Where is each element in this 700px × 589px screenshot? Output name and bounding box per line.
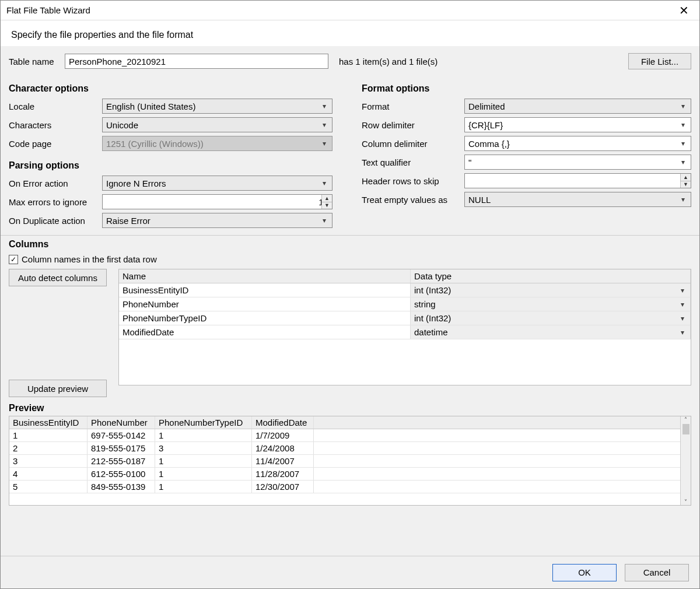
- chevron-down-icon: ▾: [678, 158, 688, 166]
- wizard-window: Flat File Table Wizard ✕ Specify the fil…: [0, 0, 700, 589]
- on-error-label: On Error action: [9, 178, 102, 188]
- preview-heading: Preview: [9, 403, 691, 413]
- chevron-down-icon: ▾: [319, 139, 330, 148]
- first-row-names-label: Column names in the first data row: [22, 254, 157, 264]
- preview-row: 1697-555-014211/7/2009: [9, 429, 680, 442]
- column-type-combo[interactable]: int (Int32)▾: [411, 311, 691, 325]
- preview-header: ModifiedDate: [252, 416, 314, 429]
- on-error-combo[interactable]: Ignore N Errors ▾: [102, 176, 332, 191]
- preview-cell: 1: [155, 429, 252, 441]
- chevron-down-icon: ▾: [678, 195, 688, 204]
- max-errors-stepper[interactable]: [102, 194, 332, 209]
- characters-value: Unicode: [106, 120, 138, 130]
- chevron-down-icon: ▾: [678, 102, 688, 110]
- table-name-label: Table name: [9, 57, 65, 66]
- header-skip-spin[interactable]: ▲▼: [680, 174, 691, 188]
- preview-grid: BusinessEntityIDPhoneNumberPhoneNumberTy…: [9, 416, 680, 505]
- chevron-down-icon: ▾: [678, 139, 688, 148]
- preview-cell: 819-555-0175: [88, 442, 155, 454]
- row-delim-combo[interactable]: {CR}{LF} ▾: [464, 117, 691, 132]
- scroll-up-icon[interactable]: ˄: [684, 416, 687, 423]
- on-error-value: Ignore N Errors: [106, 178, 166, 188]
- characters-combo[interactable]: Unicode ▾: [102, 117, 332, 132]
- column-name: PhoneNumberTypeID: [119, 311, 411, 325]
- close-icon[interactable]: ✕: [674, 2, 694, 19]
- col-header-name: Name: [119, 269, 411, 283]
- empty-as-label: Treat empty values as: [362, 195, 464, 205]
- preview-cell: 3: [155, 442, 252, 454]
- preview-cell: 1/24/2008: [252, 442, 314, 454]
- scroll-down-icon[interactable]: ˅: [684, 499, 687, 505]
- scroll-thumb[interactable]: [682, 424, 690, 434]
- empty-as-value: NULL: [468, 195, 491, 205]
- header-skip-stepper[interactable]: [464, 173, 691, 188]
- columns-row[interactable]: BusinessEntityIDint (Int32)▾: [119, 283, 691, 297]
- column-name: PhoneNumber: [119, 297, 411, 311]
- chevron-down-icon: ▾: [319, 102, 330, 110]
- preview-cell: 4: [9, 468, 88, 480]
- preview-row: 2819-555-017531/24/2008: [9, 442, 680, 455]
- on-duplicate-combo[interactable]: Raise Error ▾: [102, 213, 332, 228]
- preview-cell: 1: [155, 468, 252, 480]
- column-type-combo[interactable]: string▾: [411, 297, 691, 311]
- preview-header: PhoneNumber: [88, 416, 155, 429]
- col-delim-value: Comma {,}: [468, 139, 510, 149]
- column-name: ModifiedDate: [119, 325, 411, 339]
- column-name: BusinessEntityID: [119, 283, 411, 297]
- codepage-value: 1251 (Cyrillic (Windows)): [106, 139, 204, 149]
- row-delim-value: {CR}{LF}: [468, 120, 503, 130]
- preview-row: 3212-555-0187111/4/2007: [9, 455, 680, 468]
- char-options-heading: Character options: [9, 83, 338, 94]
- text-qual-label: Text qualifier: [362, 157, 464, 167]
- preview-row: 4612-555-0100111/28/2007: [9, 468, 680, 481]
- empty-as-combo[interactable]: NULL ▾: [464, 192, 691, 207]
- col-delim-combo[interactable]: Comma {,} ▾: [464, 136, 691, 151]
- preview-scrollbar[interactable]: ˄ ˅: [680, 416, 691, 505]
- update-preview-button[interactable]: Update preview: [9, 380, 107, 397]
- columns-heading: Columns: [9, 239, 691, 250]
- preview-cell: 5: [9, 481, 88, 493]
- chevron-down-icon: ▾: [677, 314, 688, 322]
- preview-header: PhoneNumberTypeID: [155, 416, 252, 429]
- locale-combo[interactable]: English (United States) ▾: [102, 99, 332, 114]
- columns-row[interactable]: PhoneNumberstring▾: [119, 297, 691, 311]
- preview-cell: 1: [155, 455, 252, 467]
- chevron-down-icon: ▾: [319, 216, 330, 225]
- preview-cell: 1/7/2009: [252, 429, 314, 441]
- preview-cell: 612-555-0100: [88, 468, 155, 480]
- max-errors-spin[interactable]: ▲▼: [321, 195, 332, 209]
- col-delim-label: Column delimiter: [362, 139, 464, 149]
- file-list-button[interactable]: File List...: [628, 53, 691, 69]
- chevron-down-icon: ▾: [677, 300, 688, 308]
- columns-row[interactable]: PhoneNumberTypeIDint (Int32)▾: [119, 311, 691, 325]
- file-count-text: has 1 item(s) and 1 file(s): [328, 57, 438, 66]
- table-name-input[interactable]: [65, 54, 328, 69]
- text-qual-combo[interactable]: " ▾: [464, 155, 691, 170]
- cancel-button[interactable]: Cancel: [625, 564, 689, 581]
- chevron-down-icon: ▾: [678, 121, 688, 129]
- locale-label: Locale: [9, 101, 102, 111]
- format-combo[interactable]: Delimited ▾: [464, 99, 691, 114]
- chevron-down-icon: ▾: [319, 179, 330, 187]
- codepage-label: Code page: [9, 139, 102, 149]
- column-type-combo[interactable]: int (Int32)▾: [411, 283, 691, 297]
- columns-row[interactable]: ModifiedDatedatetime▾: [119, 325, 691, 339]
- row-delim-label: Row delimiter: [362, 120, 464, 130]
- footer: OK Cancel: [1, 556, 699, 588]
- column-type-combo[interactable]: datetime▾: [411, 325, 691, 339]
- preview-cell: 3: [9, 455, 88, 467]
- locale-value: English (United States): [106, 101, 195, 111]
- text-qual-value: ": [468, 157, 471, 167]
- preview-row: 5849-555-0139112/30/2007: [9, 481, 680, 493]
- table-name-row: Table name has 1 item(s) and 1 file(s) F…: [9, 53, 691, 69]
- first-row-names-checkbox[interactable]: ✓: [9, 255, 18, 264]
- page-subtitle: Specify the file properties and the file…: [1, 20, 699, 46]
- ok-button[interactable]: OK: [552, 564, 617, 581]
- auto-detect-button[interactable]: Auto detect columns: [9, 269, 107, 286]
- window-title: Flat File Table Wizard: [6, 5, 90, 15]
- on-duplicate-label: On Duplicate action: [9, 216, 102, 226]
- col-header-type: Data type: [411, 269, 691, 283]
- preview-cell: 11/4/2007: [252, 455, 314, 467]
- preview-cell: 12/30/2007: [252, 481, 314, 493]
- parsing-options-heading: Parsing options: [9, 160, 338, 171]
